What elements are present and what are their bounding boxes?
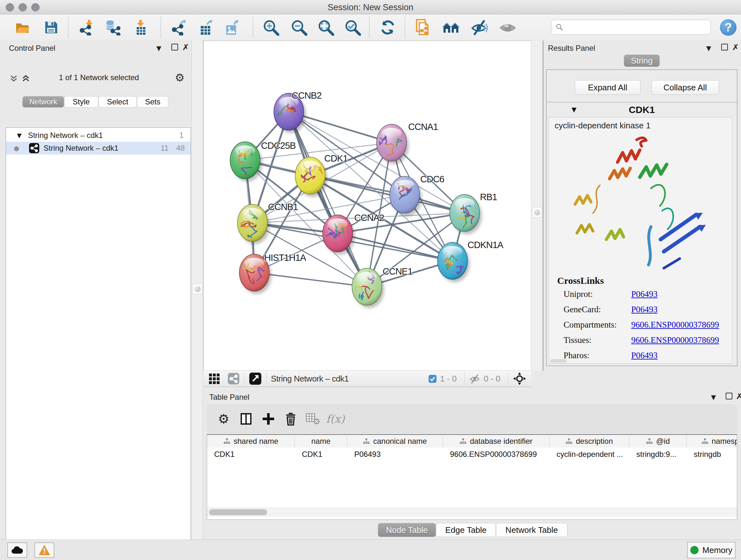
collapse-all-button[interactable]: Collapse All [651, 80, 719, 95]
show-columns-icon[interactable] [235, 409, 257, 428]
node-CDC25B[interactable] [230, 142, 262, 183]
column-header-shared-name[interactable]: shared name [207, 435, 295, 448]
zoom-selected-icon[interactable] [343, 17, 362, 37]
cloud-status-button[interactable] [7, 543, 27, 558]
node-label-CCNE1: CCNE1 [383, 266, 412, 276]
right-splitter-handle[interactable] [532, 207, 542, 217]
panel-float-icon[interactable] [172, 44, 178, 51]
node-label-CDC6: CDC6 [420, 174, 444, 184]
panel-close-icon[interactable]: ✗ [732, 43, 739, 51]
open-file-icon[interactable] [12, 17, 32, 37]
panel-close-icon[interactable]: ✗ [182, 43, 189, 51]
crosslink-label: Tissues: [563, 335, 631, 345]
table-settings-gear-icon[interactable]: ⚙ [212, 409, 235, 428]
tab-select[interactable]: Select [98, 96, 137, 108]
tab-edge-table[interactable]: Edge Table [436, 523, 496, 537]
tab-style[interactable]: Style [64, 96, 98, 108]
import-network-file-icon[interactable] [77, 17, 97, 37]
column-header-name[interactable]: name [295, 435, 347, 448]
save-session-icon[interactable] [41, 17, 61, 37]
table-cell[interactable]: 9606.ENSP00000378699 [443, 448, 549, 461]
table-cell[interactable]: CDK1 [207, 448, 295, 461]
crosslink-link[interactable]: 9606.ENSP00000378699 [631, 335, 719, 345]
column-header--id[interactable]: @id [629, 435, 687, 448]
network-row[interactable]: ● String Network – cdk1 11 48 [6, 142, 191, 154]
search-field[interactable] [551, 20, 711, 35]
tab-node-table[interactable]: Node Table [378, 523, 436, 537]
import-network-database-icon[interactable] [103, 17, 123, 37]
zoom-out-icon[interactable] [289, 17, 309, 37]
node-RB1[interactable] [450, 194, 482, 234]
left-splitter-handle[interactable] [192, 284, 203, 294]
table-hscrollbar[interactable] [207, 508, 737, 517]
export-table-icon[interactable] [196, 17, 216, 37]
node-CDKN1A[interactable] [437, 242, 470, 282]
tree-expand-caret-icon[interactable]: ▼ [17, 132, 22, 139]
right-splitter[interactable] [531, 41, 542, 371]
crosslink-link[interactable]: P06493 [631, 305, 658, 314]
hidden-eye-icon[interactable] [469, 373, 481, 384]
table-cell[interactable]: CDK1 [295, 448, 347, 461]
search-input[interactable] [563, 22, 699, 32]
crosslink-link[interactable]: 9606.ENSP00000378699 [631, 320, 719, 330]
results-vscrollbar[interactable] [732, 117, 736, 364]
collection-count: 1 [179, 131, 184, 140]
left-splitter[interactable] [192, 41, 203, 539]
delete-column-icon[interactable] [280, 409, 302, 428]
node-label-CCNB1: CCNB1 [268, 202, 298, 212]
memory-button[interactable]: Memory [687, 542, 736, 558]
panel-float-icon[interactable] [726, 393, 732, 399]
center-view-crosshair-icon[interactable] [513, 372, 526, 385]
network-options-gear-icon[interactable]: ⚙ [175, 71, 185, 84]
birdseye-view-icon[interactable] [249, 372, 262, 385]
zoom-in-icon[interactable] [261, 17, 281, 37]
panel-menu-icon[interactable]: ▼ [156, 44, 161, 52]
add-column-icon[interactable] [257, 409, 280, 428]
network-share-icon[interactable] [227, 373, 240, 385]
table-cell[interactable]: stringdb [687, 448, 737, 461]
network-canvas[interactable]: CCNB2CCNA1CDC25BCDK1CDC6RB1CCNB1CCNA2CDK… [203, 41, 531, 370]
node-CCNA1[interactable] [374, 124, 409, 164]
column-header-namespace[interactable]: namespace [687, 435, 737, 448]
tab-string[interactable]: String [624, 55, 660, 67]
status-bar: Memory [0, 540, 741, 560]
table-hscrollbar-thumb[interactable] [209, 509, 267, 515]
panel-menu-icon[interactable]: ▼ [711, 393, 716, 401]
string-home-icon[interactable] [441, 17, 461, 37]
export-network-icon[interactable] [170, 17, 189, 37]
results-hscrollbar-thumb[interactable] [550, 359, 567, 363]
table-cell[interactable]: stringdb:9... [629, 448, 687, 461]
expand-all-icon[interactable] [21, 74, 30, 83]
node-CCNB1[interactable] [238, 204, 270, 244]
grid-view-icon[interactable] [208, 373, 220, 384]
tab-sets[interactable]: Sets [137, 96, 169, 108]
column-header-description[interactable]: description [549, 435, 629, 448]
tab-network-table[interactable]: Network Table [496, 523, 567, 537]
network-collection-row[interactable]: ▼ String Network – cdk1 1 [6, 129, 191, 142]
node-CDC6[interactable] [390, 176, 422, 216]
column-header-database-identifier[interactable]: database identifier [443, 435, 549, 448]
node-CCNA2[interactable] [322, 215, 355, 255]
export-image-icon[interactable] [222, 17, 242, 37]
panel-float-icon[interactable] [721, 44, 728, 51]
tab-network[interactable]: Network [22, 96, 64, 108]
refresh-icon[interactable] [378, 17, 398, 37]
selected-checkbox-icon[interactable] [428, 374, 437, 383]
show-hide-icon[interactable] [470, 17, 489, 37]
table-cell[interactable]: P06493 [347, 448, 443, 461]
string-import-icon[interactable] [413, 17, 433, 37]
zoom-fit-icon[interactable] [316, 17, 336, 37]
toolbar-separator [508, 373, 509, 385]
column-header-canonical-name[interactable]: canonical name [347, 435, 443, 448]
table-cell[interactable]: cyclin-dependent ... [549, 448, 629, 461]
warning-status-button[interactable] [35, 543, 54, 558]
import-table-file-icon[interactable] [131, 17, 151, 37]
panel-close-icon[interactable]: ✗ [736, 392, 741, 400]
expand-all-button[interactable]: Expand All [575, 80, 641, 95]
help-button[interactable]: ? [720, 19, 737, 36]
crosslink-link[interactable]: P06493 [631, 351, 658, 361]
node-CDK1[interactable] [295, 157, 327, 197]
collapse-all-icon[interactable] [9, 74, 18, 83]
crosslink-link[interactable]: P06493 [631, 289, 658, 299]
panel-menu-icon[interactable]: ▼ [706, 44, 711, 52]
